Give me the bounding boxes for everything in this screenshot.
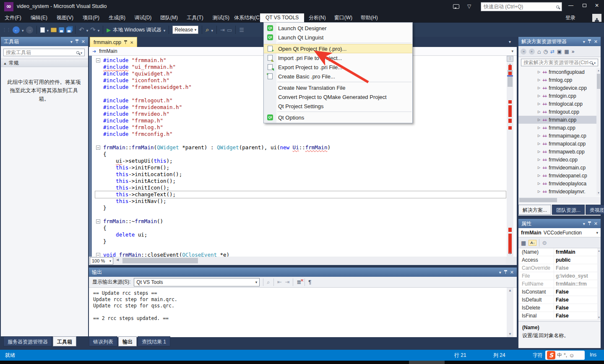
close-icon[interactable] [81,39,85,44]
expander-icon[interactable] [538,190,540,193]
file-item[interactable]: ++frmmain.cpp [518,116,597,124]
save-all-icon[interactable] [66,27,72,33]
property-row[interactable]: CanOverrideFalse [518,264,597,272]
show-all-files-icon[interactable] [557,49,562,55]
expander-icon[interactable] [538,86,540,90]
expander-icon[interactable] [538,182,540,185]
find-message-icon[interactable] [267,279,270,286]
properties-scrollbar[interactable] [597,248,601,320]
menu-item-import-pri-file[interactable]: Import .pri File to Project... [264,53,412,62]
pin-icon[interactable] [504,270,507,274]
properties-header[interactable]: 属性 [518,219,601,228]
menu-item-create-translation-file[interactable]: Create New Translation File [264,83,412,92]
property-value[interactable]: frmMain::frm [554,280,597,288]
property-value[interactable]: False [554,288,597,296]
expander-icon[interactable] [538,102,540,106]
window-position-icon[interactable] [70,39,73,44]
property-row[interactable]: (Name)frmMain [518,248,597,256]
property-row[interactable]: FullNamefrmMain::frm [518,280,597,288]
chevron-down-icon[interactable] [511,49,513,53]
file-item[interactable]: ++frmvideo.cpp [518,156,597,164]
file-item[interactable]: ++frmlogout.cpp [518,108,597,116]
navigate-forward-icon[interactable] [26,26,33,34]
file-item[interactable]: ++frmlog.cpp [518,76,597,84]
fold-margin[interactable]: − [95,57,103,64]
document-list-dropdown-icon[interactable] [509,39,511,44]
menu-item-convert-to-qmake[interactable]: Convert Project to QMake Generated Proje… [264,92,412,101]
menu-item-test[interactable]: 测试(S) [208,13,234,22]
sogou-input-icon[interactable]: S [547,351,555,359]
code-line[interactable]: this->changeText(); [95,191,506,198]
user-avatar-icon[interactable] [592,14,601,22]
copy-icon[interactable] [227,27,232,33]
editor-split-handle[interactable] [507,56,513,62]
tab-error-list[interactable]: 错误列表 [89,336,117,346]
menu-item-launch-qt-linguist[interactable]: Qt Launch Qt Linguist [264,33,412,42]
menu-item-qt-vs-tools[interactable]: QT VS TOOLS [260,13,304,22]
solution-scrollbar[interactable] [596,68,601,195]
menu-item-team[interactable]: 团队(M) [156,13,182,22]
code-line[interactable] [95,211,506,218]
fold-margin[interactable]: − [95,144,103,151]
expander-icon[interactable] [538,134,540,138]
debug-target-label[interactable]: 本地 Windows 调试器 [113,26,161,34]
solution-search-input[interactable]: 搜索解决方案资源管理器(Ctrl- [521,59,598,66]
scroll-left-icon[interactable] [114,257,121,263]
menu-item-debug[interactable]: 调试(D) [130,13,156,22]
ime-toolbar[interactable]: S 中 °, [545,351,585,360]
list-members-icon[interactable] [239,27,244,33]
menu-item-project[interactable]: 项目(P) [78,13,104,22]
open-file-icon[interactable] [51,28,57,32]
code-line[interactable]: { [95,225,506,231]
fold-margin[interactable]: − [95,218,103,225]
tab-find-results[interactable]: 查找结果 1 [138,336,170,346]
menu-item-file[interactable]: 文件(F) [0,13,26,22]
tab-server-explorer[interactable]: 服务器资源管理器 [3,336,52,346]
indent-icon[interactable] [220,27,225,33]
property-row[interactable]: IsFinalFalse [518,312,597,320]
file-item[interactable]: ++frmmap.cpp [518,124,597,132]
property-value[interactable]: frmMain [554,248,597,256]
menu-item-analyze[interactable]: 分析(N) [304,13,330,22]
property-value[interactable]: g:\video_syst [554,272,597,280]
close-button[interactable]: ✕ [591,0,603,11]
expander-icon[interactable] [538,166,540,169]
menu-item-tools[interactable]: 工具(T) [182,13,208,22]
property-pages-icon[interactable] [542,239,547,247]
navigate-back-dropdown-icon[interactable] [22,26,24,34]
code-line[interactable]: } [95,205,506,211]
file-item[interactable]: ++frmvideopanel.cp [518,172,597,179]
file-item[interactable]: ++frmlogdevice.cpp [518,84,597,92]
code-line[interactable]: { [95,151,506,158]
menu-item-qt-project-settings[interactable]: Qt Project Settings [264,101,412,111]
pending-changes-filter-icon[interactable] [543,49,547,55]
feedback-icon[interactable] [453,4,459,9]
collapse-icon[interactable]: − [96,219,100,224]
redo-dropdown-icon[interactable] [98,26,100,34]
word-wrap-icon[interactable] [308,279,311,285]
property-row[interactable]: Accesspublic [518,256,597,264]
scroll-up-icon[interactable] [596,68,601,73]
file-item[interactable]: ++frmmapimage.cp [518,132,597,140]
scroll-down-icon[interactable] [507,331,513,337]
code-line[interactable] [95,138,506,144]
scrollbar-thumb[interactable] [519,198,557,202]
code-line[interactable]: this->initAction(); [95,178,506,185]
code-line[interactable]: this->initNav(); [95,198,506,205]
menu-item-qt-options[interactable]: Qt Qt Options [264,113,412,122]
ime-punctuation[interactable]: °, [564,352,567,358]
emoji-icon[interactable] [569,352,574,359]
property-value[interactable]: False [554,264,597,272]
clear-all-icon[interactable] [297,279,301,285]
pin-icon[interactable] [588,39,591,43]
undo-icon[interactable] [79,26,84,34]
file-item[interactable]: ++frmconfigupload [518,68,597,76]
save-icon[interactable] [59,27,64,33]
code-line[interactable]: −frmMain::frmMain(QWidget *parent) : QWi… [95,144,506,151]
scroll-down-icon[interactable] [507,251,513,257]
expander-icon[interactable] [538,158,540,161]
tab-solution-explorer[interactable]: 解决方案... [518,205,551,215]
close-icon[interactable] [594,39,598,44]
scroll-down-icon[interactable] [596,190,601,195]
output-header[interactable]: 输出 [89,268,517,277]
